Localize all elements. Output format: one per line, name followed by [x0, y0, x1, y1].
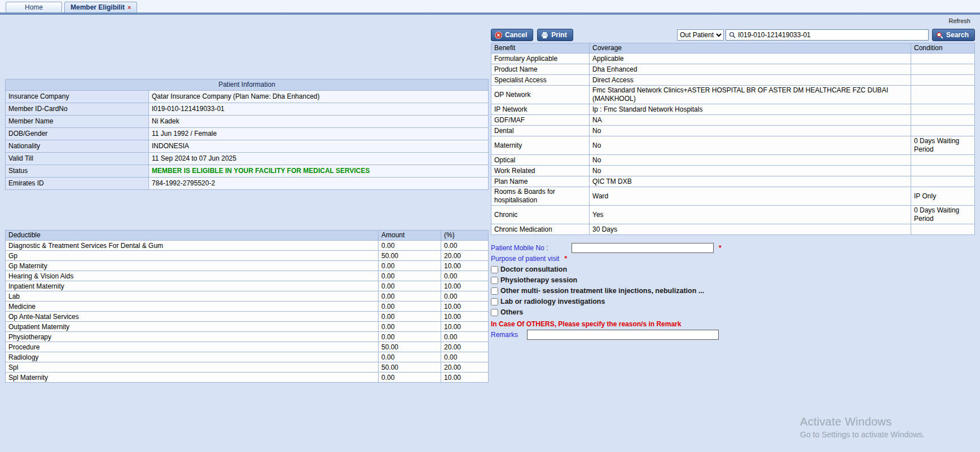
deductible-percent: 0.00	[441, 271, 489, 281]
search-button-label: Search	[946, 31, 969, 39]
watermark-line1: Activate Windows	[800, 415, 925, 428]
benefit-name: Chronic Medication	[491, 224, 590, 235]
print-icon	[541, 32, 548, 39]
patient-info-value: Ni Kadek	[149, 116, 489, 128]
purpose-option-label: Others	[500, 308, 523, 316]
benefit-condition: 0 Days Waiting Period	[911, 206, 975, 224]
deductible-amount: 0.00	[379, 373, 441, 383]
deductible-amount: 0.00	[379, 281, 441, 291]
deductible-table: Deductible Amount (%) Diagnostic & Treat…	[5, 230, 489, 383]
toolbar-right-group: Out Patient Search	[677, 29, 975, 41]
deductible-name: Inpatient Maternity	[6, 281, 379, 291]
patient-mobile-input[interactable]	[572, 243, 714, 253]
benefit-name: OP Network	[491, 86, 590, 104]
benefit-condition	[911, 64, 975, 75]
deductible-row: Hearing & Vision Aids 0.00 0.00	[6, 271, 489, 281]
patient-info-value: I019-010-121419033-01	[149, 103, 489, 116]
others-note: In Case Of OTHERS, Please specify the re…	[491, 320, 975, 328]
tab-member-eligibility[interactable]: Member Eligibilit ×	[64, 2, 137, 12]
benefit-coverage: No	[590, 166, 911, 176]
benefit-coverage: No	[590, 155, 911, 166]
purpose-checkbox[interactable]	[491, 309, 498, 316]
purpose-option-row: Doctor consultation	[491, 265, 975, 273]
deductible-percent: 10.00	[441, 322, 489, 332]
benefit-coverage: No	[590, 136, 911, 155]
benefit-condition: 0 Days Waiting Period	[911, 136, 975, 155]
patient-type-select[interactable]: Out Patient	[677, 29, 724, 41]
deductible-row: Physiotherapy 0.00 0.00	[6, 332, 489, 342]
search-input[interactable]	[738, 31, 925, 39]
patient-info-value: MEMBER IS ELIGIBLE IN YOUR FACILITY FOR …	[149, 165, 489, 178]
toolbar: × Cancel Print Out Patient	[491, 28, 975, 42]
benefit-header-benefit: Benefit	[491, 43, 590, 54]
purpose-checkbox[interactable]	[491, 298, 498, 305]
deductible-name: Gp Maternity	[6, 261, 379, 271]
deductible-amount: 50.00	[379, 342, 441, 352]
benefit-coverage: Ip : Fmc Standard Network Hospitals	[590, 104, 911, 115]
deductible-row: Op Ante-Natal Services 0.00 10.00	[6, 312, 489, 322]
benefit-header-coverage: Coverage	[590, 43, 911, 54]
deductible-row: Gp 50.00 20.00	[6, 251, 489, 261]
deductible-row: Lab 0.00 0.00	[6, 291, 489, 302]
deductible-percent: 20.00	[441, 362, 489, 373]
remarks-input[interactable]	[527, 330, 719, 340]
deductible-percent: 10.00	[441, 302, 489, 312]
benefit-coverage: No	[590, 126, 911, 136]
tab-member-eligibility-label: Member Eligibilit	[71, 3, 125, 11]
patient-info-label: DOB/Gender	[6, 128, 149, 140]
patient-info-row: Member Name Ni Kadek	[6, 116, 489, 128]
deductible-row: Diagnostic & Treatment Services For Dent…	[6, 241, 489, 251]
benefit-header-condition: Condition	[911, 43, 975, 54]
patient-info-row: Status MEMBER IS ELIGIBLE IN YOUR FACILI…	[6, 165, 489, 178]
patient-info-value: 784-1992-2795520-2	[149, 178, 489, 190]
cancel-button[interactable]: × Cancel	[491, 29, 533, 41]
benefit-coverage: Yes	[590, 206, 911, 224]
purpose-option-label: Physiotherapy session	[500, 276, 577, 284]
patient-info-row: Emirates ID 784-1992-2795520-2	[6, 178, 489, 190]
tab-home[interactable]: Home	[6, 2, 62, 12]
print-button-label: Print	[551, 31, 566, 39]
deductible-percent: 10.00	[441, 373, 489, 383]
purpose-required-marker: *	[564, 255, 567, 263]
deductible-amount: 0.00	[379, 261, 441, 271]
search-button[interactable]: Search	[932, 29, 975, 41]
deductible-row: Spl 50.00 20.00	[6, 362, 489, 373]
purpose-checkbox[interactable]	[491, 266, 498, 273]
purpose-row: Purpose of patient visit *	[491, 255, 975, 263]
purpose-option-label: Doctor consultation	[500, 265, 567, 273]
benefit-coverage: Applicable	[590, 54, 911, 64]
benefit-row: IP Network Ip : Fmc Standard Network Hos…	[491, 104, 975, 115]
deductible-amount: 0.00	[379, 352, 441, 362]
purpose-checkbox[interactable]	[491, 277, 498, 284]
benefit-name: Rooms & Boards for hospitalisation	[491, 187, 590, 206]
benefit-row: Rooms & Boards for hospitalisation Ward …	[491, 187, 975, 206]
tab-close-icon[interactable]: ×	[128, 5, 131, 11]
benefit-name: IP Network	[491, 104, 590, 115]
benefit-condition	[911, 126, 975, 136]
remarks-label: Remarks	[491, 331, 518, 339]
benefit-row: Maternity No 0 Days Waiting Period	[491, 136, 975, 155]
benefit-header-row: Benefit Coverage Condition	[491, 43, 975, 54]
deductible-name: Op Ante-Natal Services	[6, 312, 379, 322]
benefit-row: GDF/MAF NA	[491, 115, 975, 126]
refresh-link[interactable]: Refresh	[948, 17, 970, 24]
purpose-checkbox[interactable]	[491, 287, 498, 295]
patient-info-row: Nationality INDONESIA	[6, 140, 489, 153]
remarks-row: Remarks	[491, 330, 975, 340]
cancel-icon: ×	[495, 32, 502, 39]
purpose-option-row: Others	[491, 308, 975, 316]
deductible-percent: 10.00	[441, 261, 489, 271]
benefit-condition	[911, 86, 975, 104]
benefit-condition	[911, 75, 975, 86]
benefit-coverage: Direct Access	[590, 75, 911, 86]
deductible-name: Radiology	[6, 352, 379, 362]
deductible-name: Physiotherapy	[6, 332, 379, 342]
deductible-name: Gp	[6, 251, 379, 261]
print-button[interactable]: Print	[537, 29, 573, 41]
patient-info-row: Valid Till 11 Sep 2024 to 07 Jun 2025	[6, 153, 489, 165]
deductible-name: Spl	[6, 362, 379, 373]
deductible-percent: 20.00	[441, 251, 489, 261]
deductible-row: Gp Maternity 0.00 10.00	[6, 261, 489, 271]
patient-info-value: 11 Sep 2024 to 07 Jun 2025	[149, 153, 489, 165]
deductible-percent: 20.00	[441, 342, 489, 352]
